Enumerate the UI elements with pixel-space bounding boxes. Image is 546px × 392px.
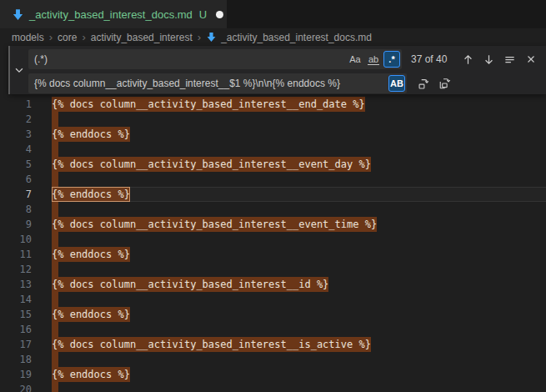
breadcrumb-separator: › <box>82 31 85 43</box>
toggle-replace-button[interactable] <box>13 63 26 77</box>
line-number: 17 <box>0 337 32 352</box>
code-line[interactable]: 19{% enddocs %} <box>0 367 546 382</box>
tab-title: _activity_based_interest_docs.md <box>29 8 193 21</box>
code-area: 1{% docs column__activity_based_interest… <box>0 97 546 392</box>
find-match <box>52 352 58 367</box>
close-button[interactable] <box>522 51 539 68</box>
breadcrumb: models › core › activity_based_interest … <box>0 28 546 46</box>
editor[interactable]: 1{% docs column__activity_based_interest… <box>0 46 546 392</box>
find-match: {% docs column__activity_based_interest_… <box>52 157 371 172</box>
line-number: 16 <box>0 322 32 337</box>
regex-button[interactable]: .* <box>383 51 400 68</box>
line-content <box>52 112 58 127</box>
code-line[interactable]: 17{% docs column__activity_based_interes… <box>0 337 546 352</box>
find-match <box>52 262 58 277</box>
code-line[interactable]: 2 <box>0 112 546 127</box>
line-content: {% docs column__activity_based_interest_… <box>52 217 377 232</box>
line-number: 10 <box>0 232 32 247</box>
find-match: {% enddocs %} <box>52 307 130 322</box>
previous-match-button[interactable] <box>459 51 477 68</box>
find-in-selection-button[interactable] <box>501 51 518 68</box>
code-line[interactable]: 7{% enddocs %} <box>0 187 546 202</box>
breadcrumb-separator: › <box>198 31 201 43</box>
find-match <box>52 322 58 337</box>
replace-input[interactable]: {% docs column__activity_based_interest_… <box>28 73 407 93</box>
find-match <box>52 382 58 392</box>
find-match: {% enddocs %} <box>52 247 130 262</box>
breadcrumb-separator: › <box>49 31 53 43</box>
line-number: 9 <box>0 217 32 232</box>
code-line[interactable]: 3{% enddocs %} <box>0 127 546 142</box>
find-match: {% enddocs %} <box>52 127 130 142</box>
markdown-icon <box>206 32 217 43</box>
code-line[interactable]: 8 <box>0 202 546 217</box>
chevron-down-icon <box>13 64 25 76</box>
line-content <box>52 352 58 367</box>
line-number: 19 <box>0 367 32 382</box>
code-line[interactable]: 13{% docs column__activity_based_interes… <box>0 277 546 292</box>
line-content <box>52 322 58 337</box>
unsaved-changes-dot[interactable] <box>216 11 223 18</box>
line-content: {% enddocs %} <box>52 187 130 202</box>
code-line[interactable]: 14 <box>0 292 546 307</box>
line-content: {% docs column__activity_based_interest_… <box>52 337 371 352</box>
match-case-button[interactable]: Aa <box>347 51 363 68</box>
close-icon <box>525 53 537 65</box>
line-content <box>52 172 58 187</box>
line-content <box>52 262 58 277</box>
preserve-case-label: AB <box>390 78 403 88</box>
preserve-case-button[interactable]: AB <box>388 75 405 92</box>
tab-bar: _activity_based_interest_docs.md U <box>0 0 546 28</box>
replace-row: {% docs column__activity_based_interest_… <box>28 73 539 93</box>
arrow-down-icon <box>483 53 495 66</box>
code-line[interactable]: 9{% docs column__activity_based_interest… <box>0 217 546 232</box>
find-match <box>52 112 58 127</box>
line-content <box>52 142 58 157</box>
find-match <box>52 202 58 217</box>
tab-active-file[interactable]: _activity_based_interest_docs.md U <box>0 0 227 28</box>
vscode-window: _activity_based_interest_docs.md U model… <box>0 0 546 392</box>
replace-all-button[interactable] <box>436 75 453 93</box>
line-number: 3 <box>0 127 32 142</box>
line-content: {% enddocs %} <box>52 127 130 142</box>
code-line[interactable]: 16 <box>0 322 546 337</box>
markdown-icon <box>12 8 24 21</box>
breadcrumb-file-label: _activity_based_interest_docs.md <box>221 32 372 43</box>
breadcrumb-item-activity-based-interest[interactable]: activity_based_interest <box>91 32 193 43</box>
code-line[interactable]: 15{% enddocs %} <box>0 307 546 322</box>
breadcrumb-item-models[interactable]: models <box>12 32 44 43</box>
replace-all-icon <box>438 78 451 90</box>
find-input[interactable]: (.*) Aa ab .* <box>28 49 402 69</box>
code-line[interactable]: 11{% enddocs %} <box>0 247 546 262</box>
replace-input-value: {% docs column__activity_based_interest_… <box>34 78 387 89</box>
line-number: 18 <box>0 352 32 367</box>
find-match <box>52 172 58 187</box>
next-match-button[interactable] <box>480 51 498 68</box>
find-row: (.*) Aa ab .* 37 of 40 <box>28 49 539 69</box>
code-line[interactable]: 18 <box>0 352 546 367</box>
code-line[interactable]: 5{% docs column__activity_based_interest… <box>0 157 546 172</box>
selection-lines-icon <box>503 53 516 66</box>
whole-word-button[interactable]: ab <box>365 51 382 68</box>
line-number: 15 <box>0 307 32 322</box>
code-line[interactable]: 20 <box>0 382 546 392</box>
replace-button[interactable] <box>415 75 433 93</box>
replace-icon <box>418 78 430 90</box>
line-content: {% enddocs %} <box>52 307 130 322</box>
breadcrumb-item-file[interactable]: _activity_based_interest_docs.md <box>206 32 372 43</box>
line-content: {% enddocs %} <box>52 247 130 262</box>
code-line[interactable]: 12 <box>0 262 546 277</box>
git-status-badge: U <box>199 8 207 21</box>
code-line[interactable]: 6 <box>0 172 546 187</box>
breadcrumb-item-core[interactable]: core <box>58 32 77 43</box>
regex-label: .* <box>388 54 394 64</box>
line-number: 6 <box>0 172 32 187</box>
line-content: {% enddocs %} <box>52 367 130 382</box>
find-match: {% docs column__activity_based_interest_… <box>52 277 328 292</box>
find-widget-resize-sash[interactable] <box>8 46 10 94</box>
code-line[interactable]: 1{% docs column__activity_based_interest… <box>0 97 546 112</box>
find-match: {% docs column__activity_based_interest_… <box>52 217 377 232</box>
code-line[interactable]: 4 <box>0 142 546 157</box>
current-find-match: {% enddocs %} <box>52 187 130 202</box>
code-line[interactable]: 10 <box>0 232 546 247</box>
